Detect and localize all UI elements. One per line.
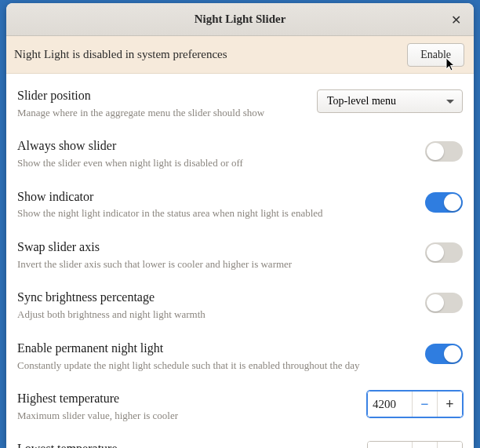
notice-bar: Night Light is disabled in system prefer… <box>6 36 474 74</box>
dropdown-value: Top-level menu <box>327 95 396 107</box>
always-show-toggle[interactable] <box>425 141 463 162</box>
titlebar: Night Light Slider ✕ <box>6 3 474 36</box>
chevron-down-icon <box>446 100 454 104</box>
window-title: Night Light Slider <box>195 13 286 26</box>
row-desc: Show the slider even when night light is… <box>17 156 413 170</box>
row-title: Swap slider axis <box>17 239 413 256</box>
enable-button[interactable]: Enable <box>407 43 464 67</box>
sync-brightness-toggle[interactable] <box>425 293 463 313</box>
highest-temp-spin: − + <box>367 391 463 417</box>
notice-text: Night Light is disabled in system prefer… <box>14 48 227 61</box>
swap-axis-toggle[interactable] <box>425 242 463 263</box>
row-title: Show indicator <box>17 189 413 206</box>
row-slider-position: Slider position Manage where in the aggr… <box>17 80 463 130</box>
row-desc: Constantly update the night light schedu… <box>17 359 413 373</box>
permanent-toggle[interactable] <box>425 344 463 364</box>
row-highest-temp: Highest temperature Maximum slider value… <box>17 383 463 433</box>
show-indicator-toggle[interactable] <box>425 192 463 213</box>
close-icon: ✕ <box>451 13 461 27</box>
row-title: Sync brightness percentage <box>17 290 413 306</box>
lowest-temp-plus-button[interactable]: + <box>437 442 462 448</box>
row-title: Always show slider <box>17 138 413 155</box>
highest-temp-minus-button[interactable]: − <box>412 392 437 417</box>
row-desc: Show the night light indicator in the st… <box>17 206 413 220</box>
row-title: Lowest temperature <box>17 441 355 448</box>
content-area: Slider position Manage where in the aggr… <box>6 74 474 448</box>
row-title: Slider position <box>17 88 304 104</box>
lowest-temp-spin: − + <box>367 441 463 448</box>
row-desc: Manage where in the aggregate menu the s… <box>17 106 304 120</box>
slider-position-dropdown[interactable]: Top-level menu <box>317 89 463 113</box>
row-swap-axis: Swap slider axis Invert the slider axis … <box>17 231 463 282</box>
close-button[interactable]: ✕ <box>445 9 466 30</box>
row-desc: Maximum slider value, higher is cooler <box>17 409 355 423</box>
highest-temp-plus-button[interactable]: + <box>437 392 462 417</box>
row-title: Highest temperature <box>17 391 355 407</box>
lowest-temp-minus-button[interactable]: − <box>412 442 437 448</box>
minus-icon: − <box>420 396 428 413</box>
row-show-indicator: Show indicator Show the night light indi… <box>17 181 463 231</box>
highest-temp-input[interactable] <box>368 392 412 417</box>
plus-icon: + <box>445 396 453 413</box>
preferences-window: Night Light Slider ✕ Night Light is disa… <box>6 3 474 448</box>
row-desc: Adjust both brightness and night light w… <box>17 308 413 322</box>
lowest-temp-input[interactable] <box>368 442 412 448</box>
row-sync-brightness: Sync brightness percentage Adjust both b… <box>17 282 463 332</box>
row-title: Enable permanent night light <box>17 341 413 357</box>
row-desc: Invert the slider axis such that lower i… <box>17 257 413 271</box>
row-lowest-temp: Lowest temperature Minimum slider value,… <box>17 433 463 448</box>
enable-button-label: Enable <box>420 49 451 60</box>
row-permanent: Enable permanent night light Constantly … <box>17 333 463 383</box>
row-always-show: Always show slider Show the slider even … <box>17 130 463 180</box>
